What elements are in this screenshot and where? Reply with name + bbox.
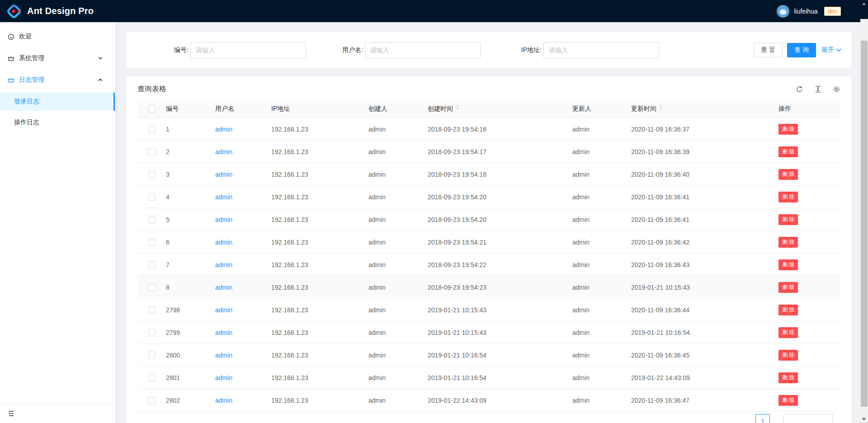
cell-creator: admin (368, 171, 428, 178)
row-checkbox[interactable] (148, 374, 156, 381)
delete-button[interactable]: 删 除 (778, 395, 798, 406)
reset-button[interactable]: 重 置 (754, 43, 783, 57)
cell-id: 7 (166, 261, 215, 268)
cell-ip: 192.168.1.23 (271, 171, 368, 178)
username-link[interactable]: admin (215, 239, 232, 246)
select-all-checkbox[interactable] (148, 105, 156, 113)
cell-created: 2018-09-23 19:54:21 (428, 239, 572, 246)
field-label-id: 编号: (174, 46, 189, 54)
env-tag: dev (824, 7, 841, 16)
row-checkbox[interactable] (148, 148, 156, 155)
cell-creator: admin (368, 193, 428, 201)
cell-creator: admin (368, 329, 428, 336)
id-input[interactable] (190, 42, 306, 58)
username-link[interactable]: admin (215, 397, 232, 404)
username-link[interactable]: admin (215, 284, 232, 291)
cell-id: 5 (166, 216, 215, 223)
table-row: 2799 admin 192.168.1.23 admin 2019-01-21… (137, 321, 840, 344)
sidebar-item-welcome[interactable]: 欢迎 (0, 28, 115, 46)
row-checkbox[interactable] (148, 397, 156, 404)
delete-button[interactable]: 删 除 (778, 327, 798, 338)
page-size-select[interactable] (783, 414, 833, 423)
crown-icon (8, 55, 14, 62)
column-header-updated[interactable]: 更新时间 ▲▼ (631, 105, 775, 113)
table-row: 3 admin 192.168.1.23 admin 2018-09-23 19… (137, 163, 840, 186)
delete-button[interactable]: 删 除 (778, 372, 798, 383)
column-header-created[interactable]: 创建时间 ▲▼ (428, 105, 572, 113)
username[interactable]: liufeihua (794, 8, 817, 15)
delete-button[interactable]: 删 除 (778, 192, 798, 202)
expand-link[interactable]: 展开 (821, 46, 841, 54)
username-link[interactable]: admin (215, 216, 232, 223)
row-checkbox[interactable] (148, 284, 156, 291)
query-button[interactable]: 查 询 (787, 43, 816, 57)
sidebar-item-label: 欢迎 (19, 33, 108, 41)
row-checkbox[interactable] (148, 193, 156, 201)
cell-created: 2018-09-23 19:54:23 (428, 284, 572, 291)
cell-updater: admin (572, 261, 631, 268)
row-checkbox[interactable] (148, 239, 156, 246)
delete-button[interactable]: 删 除 (778, 237, 798, 248)
delete-button[interactable]: 删 除 (778, 350, 798, 361)
row-checkbox[interactable] (148, 261, 156, 268)
cell-updater: admin (572, 329, 631, 336)
scrollbar-down-arrow[interactable] (862, 418, 866, 420)
username-link[interactable]: admin (215, 374, 232, 381)
delete-button[interactable]: 删 除 (778, 259, 798, 270)
reload-icon[interactable] (796, 85, 803, 93)
username-link[interactable]: admin (215, 148, 232, 155)
main-content: 编号: 用户名: IP地址: 重 置 查 询 展开 查询表格 (115, 22, 860, 423)
username-input[interactable] (365, 42, 481, 58)
cell-created: 2018-09-23 19:54:20 (428, 193, 572, 201)
cell-created: 2018-09-23 19:54:22 (428, 261, 572, 268)
scrollbar-thumb[interactable] (861, 41, 868, 407)
username-link[interactable]: admin (215, 126, 232, 133)
table-row: 2801 admin 192.168.1.23 admin 2019-01-21… (137, 367, 840, 389)
delete-button[interactable]: 删 除 (778, 214, 798, 225)
username-link[interactable]: admin (215, 171, 232, 178)
username-link[interactable]: admin (215, 193, 232, 201)
app-logo[interactable]: Ant Design Pro (0, 4, 94, 19)
sorter-icon[interactable]: ▲▼ (659, 106, 663, 112)
row-checkbox[interactable] (148, 329, 156, 336)
page-button-1[interactable]: 1 (755, 414, 770, 423)
delete-button[interactable]: 删 除 (778, 169, 798, 180)
delete-button[interactable]: 删 除 (778, 305, 798, 315)
table-row: 7 admin 192.168.1.23 admin 2018-09-23 19… (137, 254, 840, 276)
ip-input[interactable] (543, 42, 659, 58)
chevron-down-icon (836, 48, 841, 52)
username-link[interactable]: admin (215, 329, 232, 336)
cell-creator: admin (368, 397, 428, 404)
cell-updated: 2020-11-09 16:36:37 (631, 126, 775, 133)
delete-button[interactable]: 删 除 (778, 146, 798, 157)
sorter-icon[interactable]: ▲▼ (456, 106, 459, 112)
table-row: 2800 admin 192.168.1.23 admin 2019-01-21… (137, 344, 840, 367)
sidebar-item-log-mgmt[interactable]: 日志管理 (0, 71, 115, 89)
column-height-icon[interactable] (814, 85, 822, 93)
delete-button[interactable]: 删 除 (778, 282, 798, 293)
cell-ip: 192.168.1.23 (271, 239, 368, 246)
cell-updater: admin (572, 171, 631, 178)
username-link[interactable]: admin (215, 352, 232, 359)
row-checkbox[interactable] (148, 216, 156, 223)
sidebar: 欢迎 系统管理 日志管理 登录日志 操作日志 (0, 22, 115, 423)
menu-fold-icon[interactable] (8, 410, 15, 417)
username-link[interactable]: admin (215, 306, 232, 314)
cell-created: 2018-09-23 19:54:17 (428, 148, 572, 155)
row-checkbox[interactable] (148, 171, 156, 178)
username-link[interactable]: admin (215, 261, 232, 268)
sidebar-item-system-mgmt[interactable]: 系统管理 (0, 49, 115, 67)
user-avatar[interactable] (777, 5, 789, 18)
vertical-scrollbar[interactable] (860, 0, 868, 423)
row-checkbox[interactable] (148, 126, 156, 133)
sidebar-item-login-log[interactable]: 登录日志 (0, 93, 115, 111)
scrollbar-up-arrow[interactable] (862, 3, 866, 5)
sidebar-item-operation-log[interactable]: 操作日志 (0, 113, 115, 132)
cell-id: 2801 (166, 374, 215, 381)
setting-gear-icon[interactable] (833, 85, 840, 93)
row-checkbox[interactable] (148, 352, 156, 359)
cell-creator: admin (368, 239, 428, 246)
row-checkbox[interactable] (148, 306, 156, 314)
cell-ip: 192.168.1.23 (271, 193, 368, 201)
delete-button[interactable]: 删 除 (778, 124, 798, 135)
